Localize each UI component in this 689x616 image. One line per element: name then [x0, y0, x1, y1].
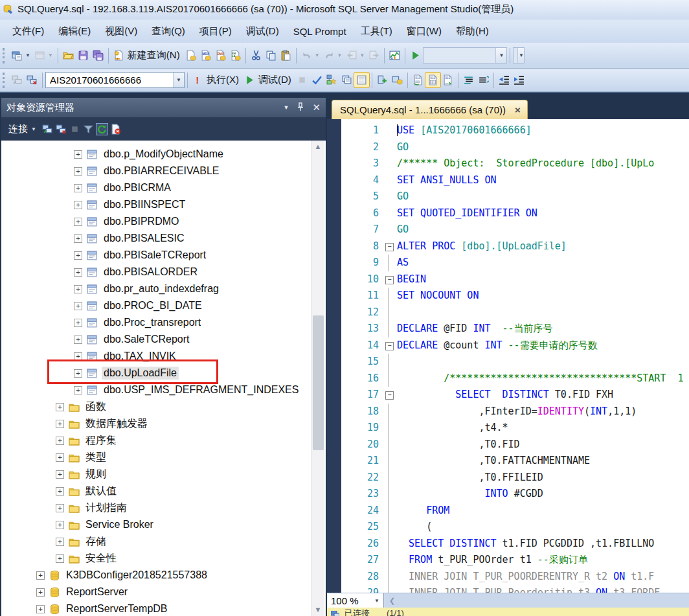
tree-item-dbo-proc-bi-date[interactable]: +dbo.PROC_BI_DATE	[1, 297, 326, 314]
code-line[interactable]: 21 ,T0.FATTACHMENTNAME	[341, 453, 689, 470]
open-file-icon[interactable]	[61, 48, 76, 63]
change-connection-icon[interactable]	[25, 73, 40, 87]
menu-help[interactable]: 帮助(H)	[449, 21, 496, 41]
code-line[interactable]: 28 INNER JOIN T_PUR_POORDERENTRY_R t2 ON…	[341, 569, 689, 586]
chevron-down-icon[interactable]: ▼	[517, 48, 524, 63]
connect-object-icon[interactable]	[42, 124, 53, 135]
tree-item[interactable]: +规则	[1, 466, 326, 483]
debug-button[interactable]: 调试(D)	[242, 72, 295, 88]
tab-sqlquery4[interactable]: SQLQuery4.sql - 1...1666666 (sa (70)) ×	[332, 100, 528, 119]
execute-button[interactable]: !执行(X)	[190, 72, 242, 88]
code-line[interactable]: 27 FROM t_PUR_POOrder t1 --采购订单	[341, 552, 689, 569]
code-line[interactable]: 29 INNER JOIN T_PUR_Poorderitin t3 ON t3…	[341, 585, 689, 593]
mdx-query-icon[interactable]: MDX	[198, 48, 213, 63]
tree-item-dbo-pbiinspect[interactable]: +dbo.PBIINSPECT	[1, 196, 326, 213]
code-line[interactable]: 3/****** Object: StoredProcedure [dbo].[…	[341, 155, 689, 172]
tree-item[interactable]: +安全性	[1, 550, 326, 567]
tree-item[interactable]: +计划指南	[1, 499, 326, 516]
collapse-icon[interactable]	[385, 337, 397, 354]
save-all-icon[interactable]	[91, 48, 106, 63]
menu-view[interactable]: 视图(V)	[98, 21, 144, 41]
parse-icon[interactable]	[310, 73, 324, 87]
expand-icon[interactable]: +	[74, 218, 82, 226]
start-icon[interactable]	[408, 48, 423, 63]
code-line[interactable]: 13DECLARE @FID INT --当前序号	[341, 321, 689, 337]
tree-item-dbo-p-modifyobjectname[interactable]: +dbo.p_ModifyObjectName	[1, 146, 326, 163]
horizontal-scrollbar[interactable]: ❮	[384, 593, 689, 608]
toolbar-grip[interactable]	[3, 73, 7, 88]
code-line[interactable]: 8ALTER PROC [dbo].[UpLoadFile]	[341, 238, 689, 255]
save-icon[interactable]	[76, 48, 91, 63]
specify-template-values-icon[interactable]	[375, 73, 390, 87]
collapse-icon[interactable]	[385, 238, 397, 255]
expand-icon[interactable]: +	[56, 470, 64, 479]
tree-item[interactable]: +函数	[1, 398, 326, 415]
expand-icon[interactable]: +	[56, 403, 64, 411]
tree-item[interactable]: +默认值	[1, 483, 326, 499]
tree-item[interactable]: +存储	[1, 533, 326, 550]
xmla-query-icon[interactable]: XMLA	[228, 48, 243, 63]
expand-icon[interactable]: +	[36, 571, 45, 580]
new-connection-icon[interactable]: ▼	[10, 48, 32, 63]
delete-script-icon[interactable]	[110, 124, 121, 135]
collapse-icon[interactable]	[385, 271, 397, 288]
expand-icon[interactable]: +	[74, 167, 82, 176]
expand-icon[interactable]: +	[56, 420, 64, 428]
display-estimated-plan-icon[interactable]	[324, 73, 339, 87]
query-options-icon[interactable]	[339, 73, 354, 87]
toolbar-combo[interactable]: ▼	[423, 47, 507, 63]
expand-icon[interactable]: +	[74, 150, 82, 159]
disconnect-object-icon[interactable]	[56, 124, 67, 135]
refresh-icon[interactable]	[96, 124, 107, 135]
activity-monitor-icon[interactable]	[387, 48, 402, 63]
tree-item-dbo-proc-transreport[interactable]: +dbo.Proc_transreport	[1, 314, 326, 331]
copy-icon[interactable]	[264, 48, 278, 63]
code-line[interactable]: 20 ,T0.FID	[341, 437, 689, 453]
database-engine-query-icon[interactable]	[183, 48, 198, 63]
cut-icon[interactable]	[249, 48, 264, 63]
scroll-down-icon[interactable]: ▼	[311, 604, 324, 616]
expand-icon[interactable]: +	[74, 336, 82, 344]
comment-selection-icon[interactable]	[461, 73, 476, 87]
tree-item-dbo-pbisaletcreport[interactable]: +dbo.PBISaleTCReport	[1, 247, 326, 264]
code-line[interactable]: 11SET NOCOUNT ON	[341, 288, 689, 304]
tree-item-dbo-saletcreport[interactable]: +dbo.SaleTCReport	[1, 331, 326, 348]
code-line[interactable]: 12	[341, 304, 689, 321]
expand-icon[interactable]: +	[36, 588, 45, 597]
expand-icon[interactable]: +	[56, 437, 64, 445]
code-line[interactable]: 25 (	[341, 519, 689, 536]
expand-icon[interactable]: +	[74, 268, 82, 277]
expand-icon[interactable]: +	[56, 504, 64, 512]
expand-icon[interactable]: +	[56, 538, 64, 546]
collapse-icon[interactable]	[385, 387, 397, 404]
code-line[interactable]: 14DECLARE @count INT --需要申请的序号数	[341, 337, 689, 354]
expand-icon[interactable]: +	[56, 521, 64, 529]
tree-item-k3dbconfiger2018521557388[interactable]: +K3DBConfiger2018521557388	[1, 567, 326, 584]
tree-item-reportservertempdb[interactable]: +ReportServerTempDB	[1, 600, 326, 616]
new-query-button[interactable]: 新建查询(N)	[111, 47, 183, 63]
paste-icon[interactable]	[278, 48, 293, 63]
tree-item-dbo-pr-auto-indexdefrag[interactable]: +dbo.pr_auto_indexdefrag	[1, 280, 326, 297]
increase-indent-icon[interactable]	[512, 73, 526, 87]
code-line[interactable]: 26 SELECT DISTINCT t1.FID PCGDDID ,t1.FB…	[341, 536, 689, 553]
code-line[interactable]: 23 INTO #CGDD	[341, 486, 689, 503]
tree-item[interactable]: +数据库触发器	[1, 415, 326, 432]
results-to-file-icon[interactable]: 010	[440, 73, 455, 87]
decrease-indent-icon[interactable]	[497, 73, 512, 87]
tree-item-dbo-pbiarreceivable[interactable]: +dbo.PBIARRECEIVABLE	[1, 163, 326, 179]
close-icon[interactable]: ✕	[312, 102, 321, 113]
code-editor[interactable]: 1USE [AIS20170601666666]2GO3/****** Obje…	[327, 119, 689, 593]
expand-icon[interactable]: +	[74, 386, 82, 394]
code-line[interactable]: 24 FROM	[341, 503, 689, 519]
expand-icon[interactable]: +	[74, 251, 82, 260]
expand-icon[interactable]: +	[56, 554, 64, 563]
expand-icon[interactable]: +	[74, 319, 82, 327]
menu-file[interactable]: 文件(F)	[5, 21, 51, 41]
expand-icon[interactable]: +	[74, 201, 82, 209]
tree-item-dbo-pbisalesic[interactable]: +dbo.PBISALESIC	[1, 230, 326, 247]
tree-scrollbar[interactable]: ▲ ▼	[311, 141, 324, 616]
expand-icon[interactable]: +	[74, 234, 82, 243]
tree-item-reportserver[interactable]: +ReportServer	[1, 584, 326, 600]
code-line[interactable]: 15	[341, 354, 689, 371]
scroll-thumb[interactable]	[313, 315, 324, 450]
